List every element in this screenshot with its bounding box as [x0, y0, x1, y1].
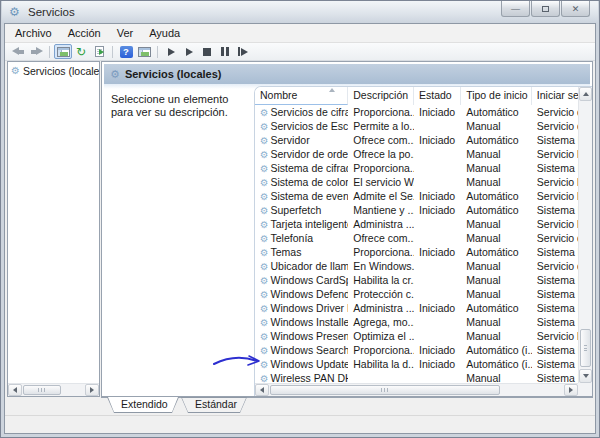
cell-startup: Manual [461, 287, 532, 301]
stop-service-button[interactable] [198, 44, 216, 59]
list-header-row: Nombre Descripción Estado Tipo de inicio… [255, 87, 578, 105]
cell-name: ⚙Windows Driver F... [255, 301, 348, 315]
back-button[interactable] [9, 44, 27, 59]
table-row[interactable]: ⚙Servicios de Escrit...Permite a lo...Ma… [255, 119, 578, 133]
column-header-descripcion[interactable]: Descripción [348, 87, 414, 105]
cell-logon: Servicio de [532, 119, 578, 133]
window-content: Archivo Acción Ver Ayuda ↻ [4, 23, 596, 434]
service-gear-icon: ⚙ [260, 275, 269, 286]
pause-service-button[interactable] [216, 44, 234, 59]
scrollbar-thumb[interactable] [23, 385, 61, 395]
start-service-button[interactable] [162, 44, 180, 59]
scroll-left-button[interactable] [8, 384, 22, 396]
service-gear-icon: ⚙ [260, 219, 269, 230]
cell-description: Habilita la cr... [348, 273, 414, 287]
table-row[interactable]: ⚙Windows Presenta...Optimiza el ...Manua… [255, 329, 578, 343]
cell-name: ⚙Temas [255, 245, 348, 259]
show-action-pane-button[interactable] [135, 44, 153, 59]
cell-status [414, 231, 461, 245]
table-row[interactable]: ⚙SuperfetchMantiene y ...IniciadoAutomát… [255, 203, 578, 217]
cell-name: ⚙Servicios de Escrit... [255, 119, 348, 133]
resume-service-button[interactable] [180, 44, 198, 59]
cell-startup: Manual [461, 259, 532, 273]
cell-status: Iniciado [414, 301, 461, 315]
column-header-estado[interactable]: Estado [414, 87, 461, 105]
table-row[interactable]: ⚙Servidor de orden ...Ofrece la po...Man… [255, 147, 578, 161]
show-console-tree-button[interactable] [54, 44, 72, 59]
scroll-left-button[interactable] [255, 384, 269, 396]
menu-bar: Archivo Acción Ver Ayuda [5, 24, 595, 43]
cell-description: Ofrece la po... [348, 147, 414, 161]
scroll-right-button[interactable] [564, 384, 578, 396]
forward-button[interactable] [27, 44, 45, 59]
table-row[interactable]: ⚙Windows CardSpa...Habilita la cr...Manu… [255, 273, 578, 287]
scrollbar-thumb[interactable] [270, 385, 500, 395]
cell-logon: Sistema loc [532, 245, 578, 259]
table-row[interactable]: ⚙Windows UpdateHabilita la d...IniciadoA… [255, 357, 578, 371]
tab-extendido[interactable]: Extendido [107, 397, 179, 413]
table-row[interactable]: ⚙Windows SearchProporciona...IniciadoAut… [255, 343, 578, 357]
tab-estandar[interactable]: Estándar [181, 397, 247, 413]
minimize-button[interactable]: — [501, 1, 530, 17]
menu-archivo[interactable]: Archivo [7, 25, 60, 41]
service-gear-icon: ⚙ [260, 261, 269, 272]
table-row[interactable]: ⚙Sistema de evento...Admite el Se...Inic… [255, 189, 578, 203]
table-row[interactable]: ⚙TelefoníaOfrece com...ManualServicio de [255, 231, 578, 245]
scrollbar-thumb[interactable] [580, 329, 591, 367]
tree-item-label: Servicios (locales) [23, 65, 99, 77]
horizontal-scrollbar[interactable] [255, 383, 578, 396]
help-button[interactable]: ? [117, 44, 135, 59]
cell-startup: Manual [461, 217, 532, 231]
scroll-up-button[interactable] [579, 87, 592, 101]
toolbar: ↻ ? [5, 43, 595, 61]
cell-name: ⚙Sistema de color d... [255, 175, 348, 189]
table-row[interactable]: ⚙Sistema de cifrado...Proporciona...Manu… [255, 161, 578, 175]
cell-description: En Windows... [348, 259, 414, 273]
table-row[interactable]: ⚙Windows InstallerAgrega, mo...ManualSis… [255, 315, 578, 329]
refresh-button[interactable]: ↻ [72, 44, 90, 59]
main-pane: ⚙ Servicios (locales) Seleccione un elem… [101, 61, 593, 397]
cell-name: ⚙Telefonía [255, 231, 348, 245]
table-row[interactable]: ⚙Ubicador de llama...En Windows...Manual… [255, 259, 578, 273]
column-header-iniciar-sesion[interactable]: Iniciar sesió [532, 87, 578, 105]
title-bar[interactable]: ⚙ Servicios — ✕ [2, 1, 598, 23]
cell-name: ⚙Superfetch [255, 203, 348, 217]
column-header-nombre[interactable]: Nombre [255, 87, 348, 105]
table-row[interactable]: ⚙Windows Driver F...Administra ...Inicia… [255, 301, 578, 315]
status-bar [5, 415, 595, 433]
tree-horizontal-scrollbar[interactable] [8, 383, 99, 396]
service-gear-icon: ⚙ [260, 247, 269, 258]
scroll-right-button[interactable] [85, 384, 99, 396]
menu-ver[interactable]: Ver [109, 25, 142, 41]
export-list-button[interactable] [90, 44, 108, 59]
table-row[interactable]: ⚙TemasProporciona...IniciadoAutomáticoSi… [255, 245, 578, 259]
tree-item-servicios-locales[interactable]: ⚙ Servicios (locales) [8, 62, 99, 77]
scrollbar-corner [578, 383, 592, 396]
column-header-tipo-de-inicio[interactable]: Tipo de inicio [461, 87, 532, 105]
cell-startup: Automático [461, 245, 532, 259]
service-gear-icon: ⚙ [260, 205, 269, 216]
scroll-down-button[interactable] [579, 369, 592, 383]
table-row[interactable]: ⚙Tarjeta inteligenteAdministra ...Manual… [255, 217, 578, 231]
cell-name: ⚙Sistema de cifrado... [255, 161, 348, 175]
cell-status [414, 315, 461, 329]
cell-logon: Sistema loc [532, 287, 578, 301]
cell-logon: Servicio de [532, 231, 578, 245]
vertical-scrollbar[interactable] [578, 87, 592, 383]
table-row[interactable]: ⚙Windows DefenderProtección c...ManualSi… [255, 287, 578, 301]
restart-icon [238, 47, 249, 56]
cell-status [414, 329, 461, 343]
table-row[interactable]: ⚙Servicios de cifradoProporciona...Inici… [255, 105, 578, 119]
menu-accion[interactable]: Acción [60, 25, 109, 41]
start-icon [168, 48, 175, 56]
table-row[interactable]: ⚙Wireless PAN DH...ManualSistema loc [255, 371, 578, 383]
maximize-button[interactable] [531, 1, 560, 17]
close-button[interactable]: ✕ [561, 1, 590, 17]
service-gear-icon: ⚙ [260, 121, 269, 132]
restart-service-button[interactable] [234, 44, 252, 59]
table-row[interactable]: ⚙Sistema de color d...El servicio W...Ma… [255, 175, 578, 189]
cell-startup: Manual [461, 273, 532, 287]
table-row[interactable]: ⚙ServidorOfrece com...IniciadoAutomático… [255, 133, 578, 147]
menu-ayuda[interactable]: Ayuda [141, 25, 188, 41]
services-list-panel: Nombre Descripción Estado Tipo de inicio… [254, 86, 592, 396]
